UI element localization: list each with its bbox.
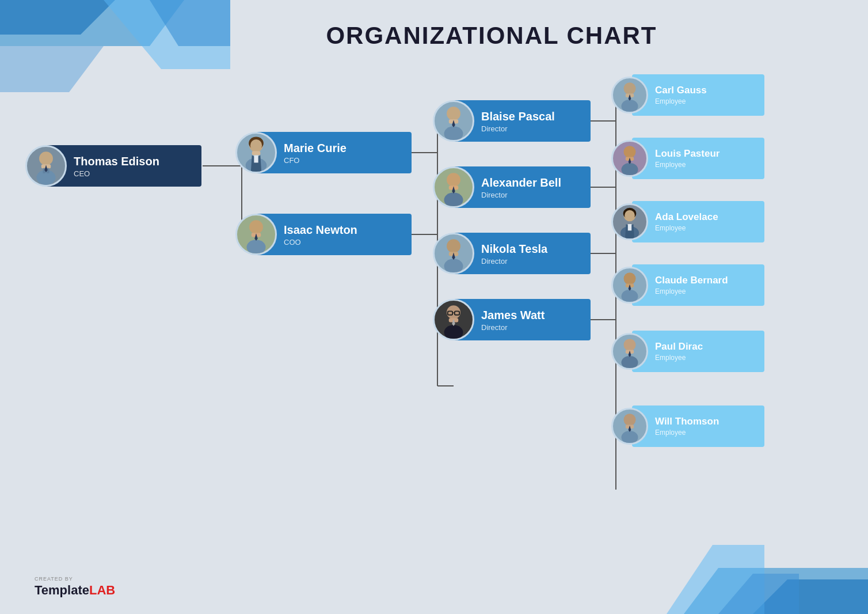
svg-point-49 bbox=[447, 107, 460, 120]
emp2-avatar bbox=[611, 140, 648, 177]
cfo-node: Marie Curie CFO bbox=[256, 132, 412, 173]
emp5-name: Paul Dirac bbox=[655, 341, 703, 353]
dir3-avatar bbox=[433, 233, 474, 274]
dir4-name: James Watt bbox=[481, 308, 545, 322]
svg-point-57 bbox=[447, 239, 460, 253]
coo-name: Isaac Newton bbox=[284, 223, 357, 237]
svg-point-40 bbox=[250, 139, 262, 151]
emp4-title: Employee bbox=[655, 287, 728, 295]
svg-point-83 bbox=[622, 290, 638, 302]
dir1-name: Blaise Pascal bbox=[481, 109, 555, 123]
dir1-avatar bbox=[433, 100, 474, 142]
dir2-avatar bbox=[433, 166, 474, 208]
svg-point-82 bbox=[624, 272, 636, 285]
emp5-avatar bbox=[611, 333, 648, 370]
emp6-node: Will Thomson Employee bbox=[632, 405, 764, 447]
cfo-name: Marie Curie bbox=[284, 141, 347, 155]
svg-point-53 bbox=[447, 173, 460, 187]
dir1-title: Director bbox=[481, 124, 555, 133]
emp1-name: Carl Gauss bbox=[655, 85, 707, 96]
ceo-avatar bbox=[25, 145, 67, 187]
emp5-title: Employee bbox=[655, 354, 703, 362]
emp4-node: Claude Bernard Employee bbox=[632, 264, 764, 306]
dir4-node: James Watt Director bbox=[454, 299, 591, 340]
ceo-name: Thomas Edison bbox=[74, 154, 159, 168]
org-chart: Thomas Edison CEO bbox=[23, 63, 846, 582]
dir2-title: Director bbox=[481, 191, 561, 199]
dir4-title: Director bbox=[481, 323, 545, 332]
branding-created-by: CREATED BY bbox=[35, 576, 73, 582]
svg-point-32 bbox=[39, 151, 53, 165]
emp6-title: Employee bbox=[655, 429, 719, 437]
svg-point-86 bbox=[624, 339, 636, 351]
emp3-title: Employee bbox=[655, 224, 718, 232]
svg-rect-81 bbox=[628, 224, 631, 230]
svg-point-68 bbox=[624, 82, 636, 94]
svg-point-33 bbox=[37, 170, 56, 185]
svg-point-91 bbox=[622, 431, 638, 443]
emp3-node: Ada Lovelace Employee bbox=[632, 201, 764, 242]
coo-node: Isaac Newton COO bbox=[256, 214, 412, 255]
dir1-node: Blaise Pascal Director bbox=[454, 100, 591, 142]
emp6-name: Will Thomson bbox=[655, 416, 719, 427]
svg-point-50 bbox=[444, 126, 463, 140]
dir3-title: Director bbox=[481, 257, 547, 266]
emp2-title: Employee bbox=[655, 161, 719, 169]
svg-point-46 bbox=[247, 240, 266, 253]
branding-template: Template bbox=[35, 583, 89, 597]
coo-title: COO bbox=[284, 238, 357, 247]
emp4-avatar bbox=[611, 267, 648, 304]
emp1-avatar bbox=[611, 77, 648, 113]
branding-name: TemplateLAB bbox=[35, 583, 115, 598]
ceo-title: CEO bbox=[74, 169, 159, 178]
emp1-title: Employee bbox=[655, 97, 707, 105]
coo-avatar bbox=[235, 214, 277, 255]
emp6-avatar bbox=[611, 408, 648, 445]
emp2-node: Louis Pasteur Employee bbox=[632, 138, 764, 179]
svg-point-65 bbox=[444, 325, 463, 339]
cfo-avatar bbox=[235, 132, 277, 173]
svg-point-58 bbox=[444, 259, 463, 272]
svg-point-73 bbox=[622, 163, 638, 175]
emp4-name: Claude Bernard bbox=[655, 275, 728, 286]
svg-point-45 bbox=[249, 220, 263, 234]
dir2-name: Alexander Bell bbox=[481, 176, 561, 189]
emp2-name: Louis Pasteur bbox=[655, 148, 719, 160]
dir3-name: Nikola Tesla bbox=[481, 242, 547, 256]
svg-point-87 bbox=[622, 356, 638, 368]
ceo-node: Thomas Edison CEO bbox=[46, 145, 201, 187]
dir3-node: Nikola Tesla Director bbox=[454, 233, 591, 274]
emp1-node: Carl Gauss Employee bbox=[632, 74, 764, 116]
svg-point-54 bbox=[444, 192, 463, 206]
svg-rect-42 bbox=[252, 151, 261, 155]
svg-point-78 bbox=[625, 210, 635, 221]
svg-rect-44 bbox=[254, 156, 258, 163]
svg-point-90 bbox=[624, 414, 636, 426]
branding-lab: LAB bbox=[89, 583, 115, 597]
dir2-node: Alexander Bell Director bbox=[454, 166, 591, 208]
branding: CREATED BY TemplateLAB bbox=[35, 576, 115, 598]
svg-point-69 bbox=[622, 100, 638, 112]
page-title: ORGANIZATIONAL CHART bbox=[0, 22, 868, 50]
emp5-node: Paul Dirac Employee bbox=[632, 331, 764, 372]
emp3-name: Ada Lovelace bbox=[655, 211, 718, 223]
emp3-avatar bbox=[611, 203, 648, 240]
svg-point-61 bbox=[447, 305, 460, 319]
dir4-avatar bbox=[433, 299, 474, 340]
svg-point-72 bbox=[624, 146, 636, 158]
cfo-title: CFO bbox=[284, 156, 347, 165]
